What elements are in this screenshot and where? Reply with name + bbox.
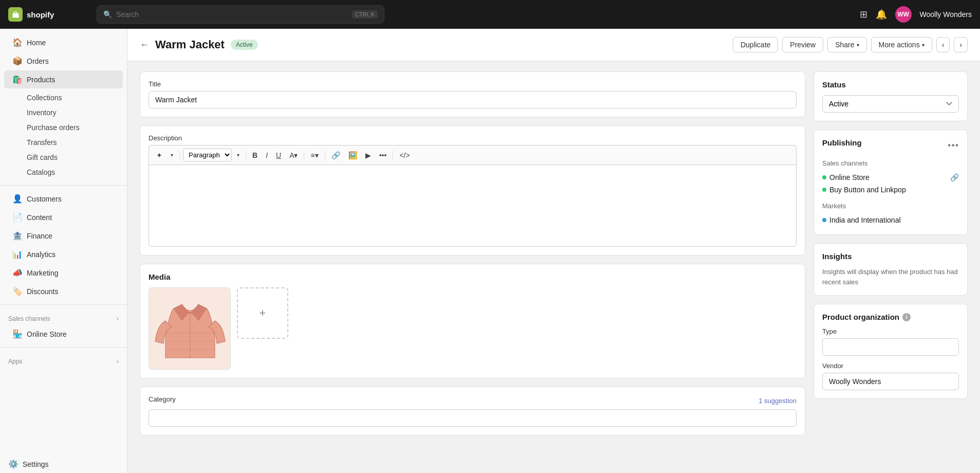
page-header: ← Warm Jacket Active Duplicate Preview S… [127,29,980,61]
sidebar-item-finance[interactable]: 🏦 Finance [4,227,123,245]
sidebar-item-gift-cards[interactable]: Gift cards [4,150,123,165]
media-grid: + [149,287,797,370]
rte-bold-btn[interactable]: B [249,149,261,161]
category-input[interactable] [149,409,797,427]
avatar[interactable]: WW [895,6,912,23]
sidebar-item-catalogs[interactable]: Catalogs [4,165,123,179]
rte-video-btn[interactable]: ▶ [362,149,374,161]
rte-align-btn[interactable]: ≡▾ [307,149,321,161]
sidebar-item-discounts[interactable]: 🏷️ Discounts [4,282,123,300]
vendor-label: Vendor [822,362,959,370]
store-name[interactable]: Woolly Wonders [920,10,972,19]
sidebar-item-analytics[interactable]: 📊 Analytics [4,245,123,263]
more-actions-button[interactable]: More actions ▾ [871,37,932,52]
sidebar-divider-1 [0,185,127,186]
search-input[interactable] [116,10,352,19]
finance-icon: 🏦 [12,231,22,241]
search-icon: 🔍 [103,10,112,19]
sidebar-item-discounts-label: Discounts [27,287,58,296]
content-icon: 📄 [12,212,22,222]
sidebar: 🏠 Home 📦 Orders 🛍️ Products Collections … [0,29,127,473]
buy-button-dot [822,188,826,192]
back-button[interactable]: ← [140,40,149,50]
publishing-card: Publishing ••• Sales channels Online Sto… [813,130,968,235]
online-store-dot [822,175,826,179]
share-chevron-icon: ▾ [857,42,859,48]
sidebar-item-marketing-label: Marketing [27,269,58,277]
rte-link-btn[interactable]: 🔗 [328,149,343,161]
title-input[interactable] [149,91,797,108]
rte-toolbar: ✦ ▾ Paragraph ▾ B I U A▾ ≡▾ [149,145,797,165]
discounts-icon: 🏷️ [12,286,22,296]
logo[interactable]: shopify [8,7,90,22]
category-label: Category [149,395,176,403]
sidebar-item-products-label: Products [27,76,55,84]
insights-description: Insights will display when the product h… [822,267,959,287]
search-bar[interactable]: 🔍 CTRL K [97,5,384,24]
sidebar-item-inventory[interactable]: Inventory [4,105,123,120]
status-select[interactable]: Active Draft [822,95,959,113]
rte-body[interactable] [149,165,797,247]
vendor-input[interactable] [822,373,959,390]
shopify-bag-icon [8,7,23,22]
insights-card: Insights Insights will display when the … [813,243,968,296]
prev-button[interactable]: ‹ [936,37,950,52]
type-input[interactable] [822,338,959,356]
sidebar-item-orders[interactable]: 📦 Orders [4,52,123,70]
media-card: Media [140,264,805,378]
online-store-link-icon[interactable]: 🔗 [950,173,959,181]
sidebar-item-orders-label: Orders [27,57,49,65]
type-label: Type [822,328,959,335]
publishing-menu-button[interactable]: ••• [948,140,959,151]
rte-code-btn[interactable]: </> [396,149,413,161]
rte-para-chevron[interactable]: ▾ [234,150,243,160]
description-card: Description ✦ ▾ Paragraph ▾ B I U A▾ [140,125,805,256]
rte-sep-1 [179,151,180,160]
rte-ai-chevron[interactable]: ▾ [168,150,176,160]
share-button[interactable]: Share ▾ [827,37,866,52]
sidebar-item-purchase-orders[interactable]: Purchase orders [4,120,123,135]
rte-ai-btn[interactable]: ✦ [153,149,165,161]
media-add-button[interactable]: + [237,287,288,339]
apps-chevron[interactable]: › [117,358,119,365]
sidebar-item-settings-label: Settings [23,460,49,468]
rte-color-btn[interactable]: A▾ [286,149,301,161]
sidebar-item-transfers[interactable]: Transfers [4,135,123,150]
media-item-jacket[interactable] [149,287,231,370]
sidebar-item-collections[interactable]: Collections [4,90,123,105]
sidebar-item-settings[interactable]: ⚙️ Settings [0,455,127,473]
sidebar-item-marketing[interactable]: 📣 Marketing [4,264,123,282]
sidebar-item-online-store[interactable]: 🏪 Online Store [4,325,123,343]
bell-icon[interactable]: 🔔 [876,9,887,20]
rte-sep-4 [325,151,325,160]
category-suggestion-link[interactable]: 1 suggestion [759,397,797,405]
product-org-info-icon[interactable]: i [902,313,911,321]
grid-icon[interactable]: ⊞ [860,9,867,20]
sidebar-item-content[interactable]: 📄 Content [4,208,123,226]
sales-channels-chevron[interactable]: › [117,315,119,322]
duplicate-button[interactable]: Duplicate [733,37,778,52]
next-button[interactable]: › [954,37,968,52]
rte-more-btn[interactable]: ••• [376,149,390,161]
rte-image-btn[interactable]: 🖼️ [345,149,360,161]
main-content: ← Warm Jacket Active Duplicate Preview S… [127,29,980,473]
publishing-header: Publishing ••• [822,138,959,153]
channel-buy-button: Buy Button and Linkpop [822,184,959,196]
sidebar-item-customers[interactable]: 👤 Customers [4,190,123,208]
settings-icon: ⚙️ [8,459,17,469]
sales-channels-label: Sales channels [822,159,959,167]
products-icon: 🛍️ [12,75,22,84]
top-navigation: shopify 🔍 CTRL K ⊞ 🔔 WW Woolly Wonders [0,0,980,29]
sidebar-item-home[interactable]: 🏠 Home [4,33,123,51]
category-header: Category 1 suggestion [149,395,797,406]
preview-button[interactable]: Preview [782,37,823,52]
rte-underline-btn[interactable]: U [273,149,284,161]
rte-italic-btn[interactable]: I [263,149,271,161]
media-label: Media [149,272,797,281]
market-dot [822,218,826,222]
rte-paragraph-select[interactable]: Paragraph [183,149,232,161]
online-store-icon: 🏪 [12,329,22,339]
rte-sep-3 [304,151,304,160]
sidebar-item-products[interactable]: 🛍️ Products [4,70,123,88]
home-icon: 🏠 [12,38,22,47]
